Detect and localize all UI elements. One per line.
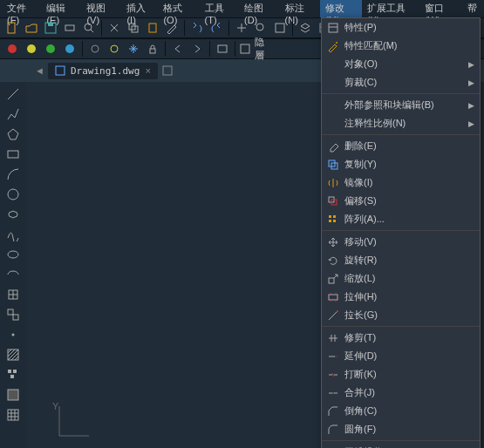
svg-rect-28 [8,151,18,158]
menu-item-10[interactable]: 镜像(I) [322,173,480,192]
layer-freeze-icon[interactable] [125,40,142,58]
menu-item-20[interactable]: 修剪(T) [322,329,480,347]
preview-icon[interactable] [80,19,98,37]
layer-state-1-icon[interactable] [3,40,21,58]
menu-5[interactable]: 工具(T) [200,0,239,17]
layer-state-3-icon[interactable] [42,40,59,58]
menu-item-0[interactable]: 特性(P) [322,18,480,37]
copy-icon[interactable] [125,19,142,37]
zoom-icon[interactable] [252,19,269,37]
scale-icon [325,273,341,285]
layer-prev-icon[interactable] [169,40,187,58]
menu-item-5[interactable]: 外部参照和块编辑(B)▶ [322,96,480,114]
layer-off-icon[interactable] [86,40,104,58]
menu-item-14[interactable]: 移动(V) [322,233,480,251]
menu-10[interactable]: 窗口(W) [419,0,462,17]
svg-rect-22 [218,45,227,52]
arc-icon[interactable] [4,166,22,183]
separator [292,20,293,36]
menu-8[interactable]: 修改(M) [320,0,362,17]
table-icon[interactable] [4,406,22,424]
menu-item-25[interactable]: 圆角(F) [322,420,480,438]
hide-layer-button[interactable]: 隐層 [239,40,272,58]
trim-icon [325,332,341,344]
separator [235,41,235,57]
gradient-icon[interactable] [4,366,22,384]
new-icon[interactable] [3,19,21,37]
svg-rect-24 [56,66,65,75]
layer-state-4-icon[interactable] [61,40,78,58]
svg-rect-62 [329,295,337,300]
ellipse-icon[interactable] [4,246,22,263]
menu-item-12[interactable]: 阵列(A)... [322,210,480,228]
menu-11[interactable]: 帮 [462,0,482,17]
polyline-icon[interactable] [4,105,22,123]
menu-item-1[interactable]: 特性匹配(M) [322,37,480,55]
layer-next-icon[interactable] [188,40,206,58]
menu-item-23[interactable]: 合并(J) [322,384,480,402]
polygon-icon[interactable] [4,126,22,143]
spline-icon[interactable] [4,226,22,243]
submenu-arrow-icon: ▶ [468,119,474,128]
paste-icon[interactable] [144,19,161,37]
menu-item-15[interactable]: 旋转(R) [322,251,480,269]
pan-icon[interactable] [233,19,250,37]
menu-0[interactable]: 文件(F) [2,0,41,17]
circle-icon[interactable] [4,186,22,203]
tab-prev-icon[interactable]: ◄ [35,65,44,76]
menu-1[interactable]: 编辑(E) [41,0,81,17]
layer-manager-icon[interactable] [214,40,231,58]
menu-9[interactable]: 扩展工具(X) [362,0,419,17]
menu-item-6[interactable]: 注释性比例(N)▶ [322,114,480,132]
menu-item-8[interactable]: 删除(E) [322,137,480,155]
cut-icon[interactable] [106,19,123,37]
match-icon[interactable] [163,19,181,37]
insert-icon[interactable] [4,286,22,303]
menu-7[interactable]: 标注(N) [280,0,321,17]
block-icon[interactable] [4,306,22,323]
line-icon[interactable] [4,85,22,103]
point-icon[interactable] [4,326,22,343]
save-icon[interactable] [42,19,59,37]
document-tab[interactable]: Drawing1.dwg × [48,63,158,79]
menu-item-label: 移动(V) [341,235,474,248]
layer-on-icon[interactable] [106,40,123,58]
menu-item-label: 剪裁(C) [341,76,468,89]
menu-2[interactable]: 视图(V) [81,0,121,17]
menu-3[interactable]: 插入(I) [121,0,158,17]
rectangle-icon[interactable] [4,146,22,163]
region-icon[interactable] [4,386,22,404]
undo-icon[interactable] [188,19,206,37]
svg-rect-3 [65,25,74,31]
menu-item-3[interactable]: 剪裁(C)▶ [322,73,480,92]
menu-item-22[interactable]: 打断(K) [322,365,480,384]
revcloud-icon[interactable] [4,206,22,223]
menu-6[interactable]: 绘图(D) [239,0,280,17]
layer-state-2-icon[interactable] [23,40,40,58]
layer-lock-icon[interactable] [144,40,161,58]
tab-close-icon[interactable]: × [145,65,150,76]
menu-item-9[interactable]: 复制(Y) [322,155,480,173]
menu-item-27[interactable]: 三维操作(3)▶ [322,443,480,448]
svg-point-19 [92,45,99,52]
tab-new-icon[interactable] [161,64,174,77]
menu-item-18[interactable]: 拉长(G) [322,306,480,324]
menu-item-label: 修剪(T) [341,331,474,344]
redo-icon[interactable] [208,19,225,37]
menu-item-24[interactable]: 倒角(C) [322,402,480,420]
menu-item-2[interactable]: 对象(O)▶ [322,55,480,73]
menu-item-21[interactable]: 延伸(D) [322,347,480,365]
open-icon[interactable] [23,19,40,37]
zoom-ext-icon[interactable] [271,19,289,37]
menu-item-17[interactable]: 拉伸(H) [322,288,480,306]
print-icon[interactable] [61,19,78,37]
menu-4[interactable]: 格式(O) [158,0,199,17]
hatch-icon[interactable] [4,346,22,363]
layers-icon[interactable] [297,19,314,37]
menu-item-label: 偏移(S) [341,194,474,207]
menu-item-16[interactable]: 缩放(L) [322,269,480,288]
menu-item-11[interactable]: 偏移(S) [322,192,480,210]
svg-rect-35 [13,315,18,320]
ellipse-arc-icon[interactable] [4,266,22,283]
hide-layer-label: 隐層 [255,40,272,58]
